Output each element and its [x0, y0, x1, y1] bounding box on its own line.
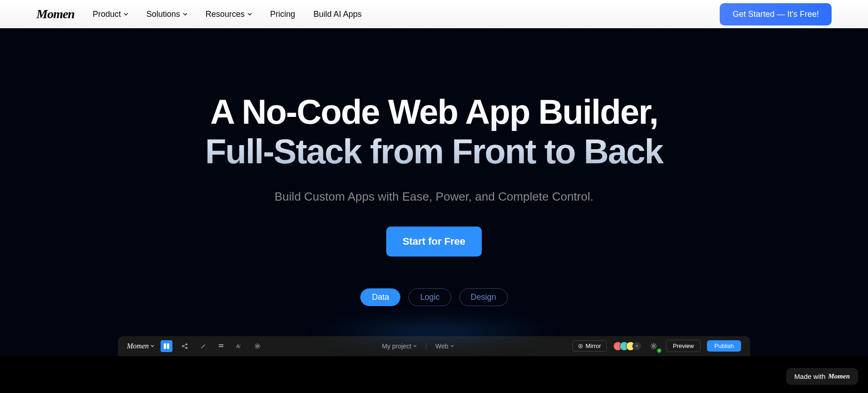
- nav-label: Build AI Apps: [313, 10, 362, 19]
- layout-icon[interactable]: [161, 340, 172, 352]
- mode-selector[interactable]: Web: [435, 343, 454, 350]
- svg-text:Ai: Ai: [236, 344, 241, 349]
- share-icon[interactable]: [179, 340, 191, 352]
- hero-section: A No-Code Web App Builder, Full-Stack fr…: [0, 28, 868, 356]
- svg-point-12: [653, 345, 655, 347]
- svg-point-4: [186, 347, 187, 349]
- nav-item-product[interactable]: Product: [93, 10, 128, 19]
- tab-data[interactable]: Data: [360, 288, 400, 306]
- nav-label: Product: [93, 10, 121, 19]
- nav-item-pricing[interactable]: Pricing: [270, 10, 295, 19]
- brush-icon[interactable]: [197, 340, 209, 352]
- hero-title: A No-Code Web App Builder, Full-Stack fr…: [9, 92, 859, 171]
- play-icon: [578, 344, 583, 348]
- logo[interactable]: Momen: [36, 7, 75, 21]
- svg-line-5: [183, 344, 186, 346]
- svg-rect-0: [164, 343, 166, 349]
- get-started-button[interactable]: Get Started — It's Free!: [720, 3, 832, 25]
- svg-line-6: [183, 347, 186, 348]
- chevron-down-icon: [124, 13, 128, 15]
- nav-label: Solutions: [146, 10, 180, 19]
- feature-tabs: Data Logic Design: [9, 288, 859, 306]
- nav-item-resources[interactable]: Resources: [206, 10, 252, 19]
- nav-item-solutions[interactable]: Solutions: [146, 10, 187, 19]
- chevron-down-icon: [247, 13, 252, 15]
- avatar-group[interactable]: +: [613, 342, 641, 351]
- nav-item-build-ai[interactable]: Build AI Apps: [313, 10, 362, 19]
- svg-rect-1: [167, 343, 169, 349]
- hero-title-line2: Full-Stack from Front to Back: [205, 132, 663, 171]
- tab-logic[interactable]: Logic: [409, 288, 451, 306]
- project-selector[interactable]: My project: [382, 343, 417, 350]
- svg-point-10: [257, 345, 258, 347]
- editor-toolbar-center: My project Web: [263, 343, 572, 350]
- gear-icon[interactable]: 0: [648, 340, 660, 352]
- editor-toolbar-left: Momen Ai: [127, 340, 263, 352]
- publish-button[interactable]: Publish: [707, 340, 741, 352]
- ai-icon[interactable]: Ai: [233, 340, 245, 352]
- tab-design[interactable]: Design: [459, 288, 508, 306]
- editor-logo[interactable]: Momen: [127, 342, 154, 350]
- editor-preview-bar: Momen Ai My proje: [118, 336, 750, 356]
- chevron-down-icon: [183, 13, 187, 15]
- mirror-button[interactable]: Mirror: [572, 340, 607, 352]
- notification-badge: 0: [657, 348, 661, 353]
- start-free-button[interactable]: Start for Free: [386, 227, 482, 257]
- svg-rect-8: [219, 346, 223, 347]
- nav-label: Resources: [206, 10, 245, 19]
- hero-title-line1: A No-Code Web App Builder,: [210, 92, 658, 131]
- divider: [426, 343, 426, 350]
- main-nav: Momen Product Solutions Resources Pricin…: [0, 0, 868, 28]
- svg-rect-7: [219, 344, 223, 345]
- svg-point-3: [186, 343, 187, 345]
- editor-toolbar-right: Mirror + 0 Preview Publish: [572, 340, 741, 352]
- nav-items: Product Solutions Resources Pricing Buil…: [93, 10, 720, 19]
- hero-subtitle: Build Custom Apps with Ease, Power, and …: [9, 190, 859, 204]
- add-user-icon[interactable]: +: [632, 342, 641, 351]
- settings-icon[interactable]: [252, 340, 263, 352]
- align-icon[interactable]: [215, 340, 227, 352]
- preview-button[interactable]: Preview: [666, 340, 701, 352]
- nav-label: Pricing: [270, 10, 295, 19]
